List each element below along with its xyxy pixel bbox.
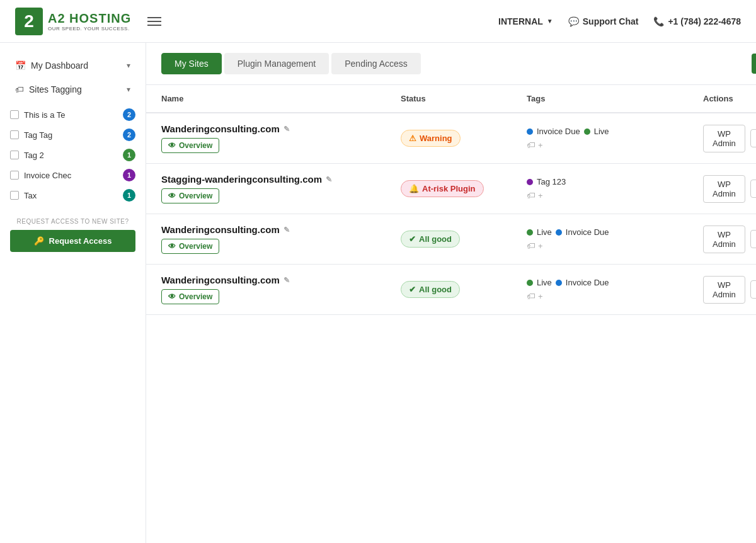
logo-icon: 2 bbox=[15, 8, 43, 35]
tag-item-left: This is a Te bbox=[10, 110, 66, 120]
tag-add-row[interactable]: 🏷 + bbox=[527, 190, 703, 200]
overview-label: Overview bbox=[179, 292, 212, 301]
tag-count-badge: 2 bbox=[123, 108, 135, 121]
sidebar-item-left: 📅 My Dashboard bbox=[15, 60, 88, 71]
status-cell: ✔ All good bbox=[401, 231, 527, 248]
wp-admin-button[interactable]: WP Admin bbox=[703, 226, 745, 253]
wp-admin-button[interactable]: WP Admin bbox=[703, 276, 745, 304]
tags-label: Sites Tagging bbox=[29, 84, 82, 94]
tag-count-badge: 1 bbox=[123, 189, 135, 202]
tag-checkbox[interactable] bbox=[10, 110, 19, 119]
chevron-down-icon: ▼ bbox=[547, 18, 553, 25]
cpanel-button[interactable]: cPanel bbox=[750, 180, 756, 198]
request-access-button[interactable]: 🔑 Request Access bbox=[10, 230, 135, 252]
status-cell: 🔔 At-risk Plugin bbox=[401, 180, 527, 197]
tag-label: Invoice Due bbox=[566, 227, 609, 237]
site-name-cell: Wanderingconsulting.com ✎ 👁 Overview bbox=[161, 224, 401, 254]
warning-icon: ⚠ bbox=[409, 134, 416, 143]
table-row: Stagging-wanderingconsulting.com ✎ 👁 Ove… bbox=[146, 164, 756, 214]
status-badge: ✔ All good bbox=[401, 231, 460, 248]
tag-label: Live bbox=[537, 227, 552, 237]
col-header-status: Status bbox=[401, 93, 527, 105]
status-text: All good bbox=[419, 285, 452, 294]
check-icon: ✔ bbox=[409, 234, 416, 244]
cpanel-button[interactable]: cPanel bbox=[750, 129, 756, 147]
tag-list: This is a Te 2 Tag Tag 2 Tag 2 1 Invoice… bbox=[0, 102, 146, 208]
tag-name: Tax bbox=[24, 191, 37, 200]
tag-icon: 🏷 bbox=[15, 84, 24, 94]
tag-color-dot bbox=[527, 229, 533, 236]
sidebar-tag-item[interactable]: Invoice Chec 1 bbox=[0, 165, 146, 185]
check-icon: ✔ bbox=[409, 285, 416, 294]
table-body: Wanderingconsulting.com ✎ 👁 Overview ⚠ W… bbox=[146, 113, 756, 315]
external-link-icon[interactable]: ✎ bbox=[284, 276, 290, 285]
main-content: My Sites Plugin Management Pending Acces… bbox=[146, 43, 756, 543]
tag-add-row[interactable]: 🏷 + bbox=[527, 241, 703, 251]
tags-cell: Live Invoice Due 🏷 + bbox=[527, 278, 703, 301]
sidebar-tag-item[interactable]: Tax 1 bbox=[0, 185, 146, 205]
tab-my-sites[interactable]: My Sites bbox=[161, 53, 222, 74]
tag-count-badge: 1 bbox=[123, 169, 135, 181]
phone-label: +1 (784) 222-4678 bbox=[668, 16, 741, 26]
cpanel-button[interactable]: cPanel bbox=[750, 280, 756, 299]
sidebar-tag-item[interactable]: This is a Te 2 bbox=[0, 105, 146, 125]
tag-checkbox[interactable] bbox=[10, 130, 19, 139]
tag-label: Invoice Due bbox=[566, 278, 609, 287]
tag-add-label: + bbox=[538, 241, 543, 251]
dashboard-label: My Dashboard bbox=[31, 60, 88, 71]
sidebar-tags-left: 🏷 Sites Tagging bbox=[15, 84, 82, 94]
actions-cell: WP Admin cPanel ··· bbox=[703, 175, 756, 203]
tag-dots-row: Invoice Due Live bbox=[527, 127, 703, 136]
tag-add-label: + bbox=[538, 191, 543, 200]
key-icon: 🔑 bbox=[34, 236, 44, 246]
tag-name: Tag 2 bbox=[24, 151, 44, 160]
site-name-cell: Wanderingconsulting.com ✎ 👁 Overview bbox=[161, 123, 401, 153]
sidebar-item-tags[interactable]: 🏷 Sites Tagging ▾ bbox=[5, 78, 140, 101]
hamburger-menu[interactable] bbox=[144, 13, 165, 30]
tag-checkbox[interactable] bbox=[10, 171, 19, 180]
tag-add-row[interactable]: 🏷 + bbox=[527, 140, 703, 150]
external-link-icon[interactable]: ✎ bbox=[284, 125, 290, 134]
col-header-name: Name bbox=[161, 93, 401, 105]
external-link-icon[interactable]: ✎ bbox=[284, 226, 290, 234]
overview-button[interactable]: 👁 Overview bbox=[161, 188, 219, 203]
refresh-button[interactable]: ↻ Refresh bbox=[752, 54, 756, 74]
sidebar-tag-item[interactable]: Tag Tag 2 bbox=[0, 125, 146, 145]
tab-pending-access[interactable]: Pending Access bbox=[331, 53, 421, 74]
tag-add-row[interactable]: 🏷 + bbox=[527, 291, 703, 301]
sidebar-tag-item[interactable]: Tag 2 1 bbox=[0, 145, 146, 165]
wp-admin-button[interactable]: WP Admin bbox=[703, 175, 745, 203]
tags-arrow-icon: ▾ bbox=[127, 85, 130, 94]
tag-count-badge: 2 bbox=[123, 129, 135, 141]
tag-item-left: Invoice Chec bbox=[10, 171, 71, 180]
tag-checkbox[interactable] bbox=[10, 191, 19, 200]
tag-checkbox[interactable] bbox=[10, 151, 19, 159]
wp-admin-button[interactable]: WP Admin bbox=[703, 125, 745, 152]
tag-dots-row: Live Invoice Due bbox=[527, 278, 703, 287]
external-link-icon[interactable]: ✎ bbox=[326, 175, 332, 184]
tag-label: Live bbox=[594, 127, 609, 136]
tab-plugin-management[interactable]: Plugin Management bbox=[224, 53, 329, 74]
tag-label: Live bbox=[537, 278, 552, 287]
internal-label: INTERNAL bbox=[498, 16, 543, 26]
sidebar-item-dashboard[interactable]: 📅 My Dashboard ▾ bbox=[5, 54, 140, 77]
internal-dropdown[interactable]: INTERNAL ▼ bbox=[498, 16, 553, 26]
status-text: At-risk Plugin bbox=[422, 184, 476, 193]
support-chat-button[interactable]: 💬 Support Chat bbox=[568, 16, 639, 26]
site-name: Wanderingconsulting.com ✎ bbox=[161, 224, 401, 235]
tag-name: Tag Tag bbox=[24, 130, 52, 140]
status-badge: ⚠ Warning bbox=[401, 130, 461, 147]
overview-button[interactable]: 👁 Overview bbox=[161, 289, 219, 304]
dashboard-arrow-icon: ▾ bbox=[127, 61, 130, 70]
request-access-btn-label: Request Access bbox=[49, 236, 112, 246]
table-row: Wanderingconsulting.com ✎ 👁 Overview ✔ A… bbox=[146, 214, 756, 265]
overview-label: Overview bbox=[179, 191, 212, 200]
eye-icon: 👁 bbox=[168, 292, 176, 301]
tag-dots-row: Tag 123 bbox=[527, 177, 703, 186]
tag-add-label: + bbox=[538, 140, 543, 150]
tag-name: This is a Te bbox=[24, 110, 66, 120]
overview-button[interactable]: 👁 Overview bbox=[161, 138, 219, 153]
tags-cell: Tag 123 🏷 + bbox=[527, 177, 703, 200]
cpanel-button[interactable]: cPanel bbox=[750, 230, 756, 248]
overview-button[interactable]: 👁 Overview bbox=[161, 239, 219, 254]
